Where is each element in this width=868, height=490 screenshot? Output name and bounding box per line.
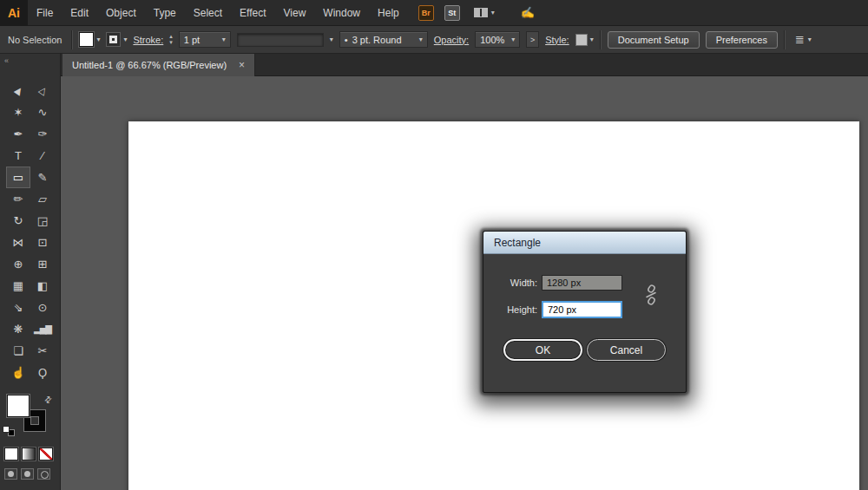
tools-grid: ▶ ▷ ✶ ∿ ✒ ✑ T ∕ ▭ ✎ ✏ ▱ ↻ ◲ ⋈ ⊡ ⊕ ⊞ ▦ ◧ …: [6, 80, 55, 383]
menu-help[interactable]: Help: [369, 0, 408, 26]
graphic-style-control[interactable]: ▾: [575, 34, 594, 46]
width-profile-select[interactable]: [237, 33, 324, 47]
control-bar: No Selection ▾ ▾ Stroke: ▴ ▾ 1 pt ▾ ▾ • …: [0, 26, 868, 54]
stroke-panel-link[interactable]: Stroke:: [133, 35, 163, 45]
rotate-tool-button[interactable]: ↻: [6, 210, 30, 232]
column-graph-tool-button[interactable]: ▂▅▇: [30, 318, 55, 340]
align-options-control[interactable]: ≣ ▾: [795, 33, 812, 46]
menu-select[interactable]: Select: [185, 0, 231, 26]
opacity-select[interactable]: 100% ▾: [475, 31, 520, 48]
document-tab[interactable]: Untitled-1 @ 66.67% (RGB/Preview) ×: [62, 54, 255, 76]
brush-dot-icon: •: [345, 35, 348, 45]
slice-tool-button[interactable]: ✂: [30, 340, 55, 362]
chevron-down-icon[interactable]: ▾: [491, 9, 495, 16]
eyedropper-tool-button[interactable]: ⇘: [6, 297, 30, 318]
separator: [600, 30, 602, 49]
menu-effect[interactable]: Effect: [231, 0, 274, 26]
arrange-documents-icon[interactable]: [474, 8, 488, 17]
draw-behind-icon[interactable]: [21, 468, 34, 480]
brush-definition-value: 3 pt. Round: [352, 35, 402, 45]
chevron-down-icon[interactable]: ▾: [330, 36, 333, 43]
dialog-title-bar[interactable]: Rectangle: [483, 232, 686, 254]
constrain-proportions-icon[interactable]: [643, 284, 659, 306]
ok-button[interactable]: OK: [503, 339, 582, 361]
draw-normal-icon[interactable]: [4, 468, 17, 480]
gradient-tool-button[interactable]: ◧: [30, 275, 55, 297]
blend-tool-button[interactable]: ⊙: [30, 297, 55, 318]
zoom-tool-button[interactable]: Ϙ: [30, 362, 55, 383]
close-icon[interactable]: ×: [239, 60, 245, 70]
symbol-sprayer-tool-button[interactable]: ❋: [6, 318, 30, 340]
document-tab-bar: Untitled-1 @ 66.67% (RGB/Preview) ×: [61, 54, 868, 76]
menu-window[interactable]: Window: [314, 0, 369, 26]
color-button[interactable]: [4, 448, 18, 461]
selection-status: No Selection: [8, 35, 62, 45]
stroke-weight-select[interactable]: 1 pt ▾: [179, 31, 231, 48]
menu-file[interactable]: File: [28, 0, 62, 26]
stock-icon[interactable]: St: [444, 5, 460, 21]
workspace-switcher-icon[interactable]: ✍: [521, 6, 535, 19]
type-tool-button[interactable]: T: [6, 145, 30, 167]
chevron-down-icon[interactable]: ▾: [590, 36, 594, 43]
align-lines-icon: ≣: [795, 33, 805, 46]
draw-inside-icon[interactable]: [37, 468, 50, 480]
dialog-title: Rectangle: [494, 237, 541, 249]
menu-edit[interactable]: Edit: [62, 0, 97, 26]
none-button[interactable]: [39, 448, 53, 461]
color-controls: ⇄: [0, 390, 61, 490]
paintbrush-tool-button[interactable]: ✎: [30, 167, 55, 188]
menu-object[interactable]: Object: [97, 0, 145, 26]
stroke-color-control[interactable]: ▾: [106, 32, 127, 47]
height-input[interactable]: [542, 301, 622, 318]
preferences-button[interactable]: Preferences: [706, 31, 778, 49]
eraser-tool-button[interactable]: ▱: [30, 188, 55, 210]
fill-color-indicator[interactable]: [7, 395, 30, 417]
default-fill-swatch: [3, 426, 10, 433]
cancel-button[interactable]: Cancel: [587, 339, 666, 361]
menu-type[interactable]: Type: [145, 0, 185, 26]
shape-builder-tool-button[interactable]: ⊕: [6, 253, 30, 275]
rectangle-tool-button[interactable]: ▭: [6, 167, 30, 188]
bridge-icon[interactable]: Br: [418, 5, 434, 21]
graphic-style-swatch[interactable]: [575, 34, 588, 46]
opacity-panel-link[interactable]: Opacity:: [434, 35, 469, 45]
rectangle-dialog: Rectangle Width: Height: OK Cancel: [483, 231, 687, 393]
perspective-grid-tool-button[interactable]: ⊞: [30, 253, 55, 275]
fill-color-control[interactable]: ▾: [79, 32, 100, 47]
menu-bar: Ai File Edit Object Type Select Effect V…: [0, 0, 868, 26]
default-fill-stroke-icon[interactable]: [3, 426, 16, 437]
shaper-tool-button[interactable]: ✏: [6, 188, 30, 210]
collapse-panel-icon[interactable]: «: [4, 56, 8, 65]
separator: [71, 30, 73, 49]
height-label: Height:: [483, 304, 537, 315]
brush-definition-select[interactable]: • 3 pt. Round ▾: [339, 31, 428, 48]
document-setup-button[interactable]: Document Setup: [608, 31, 700, 49]
curvature-tool-button[interactable]: ✑: [30, 123, 55, 145]
paint-style-buttons: [4, 448, 53, 461]
stroke-swatch[interactable]: [106, 32, 121, 47]
chevron-down-icon: ▾: [419, 36, 423, 43]
gradient-button[interactable]: [22, 448, 36, 461]
menu-view[interactable]: View: [275, 0, 315, 26]
scale-tool-button[interactable]: ◲: [30, 210, 55, 232]
fill-swatch[interactable]: [79, 32, 94, 47]
mesh-tool-button[interactable]: ▦: [6, 275, 30, 297]
hand-tool-button[interactable]: ☝: [6, 362, 30, 383]
stepper-down-icon[interactable]: ▾: [169, 40, 173, 45]
artboard-tool-button[interactable]: ❏: [6, 340, 30, 362]
style-panel-link[interactable]: Style:: [545, 35, 569, 45]
width-label: Width:: [483, 278, 537, 288]
document-tab-title: Untitled-1 @ 66.67% (RGB/Preview): [72, 60, 227, 70]
stroke-weight-stepper[interactable]: ▴ ▾: [169, 34, 173, 45]
free-transform-tool-button[interactable]: ⊡: [30, 232, 55, 253]
chevron-down-icon[interactable]: ▾: [123, 36, 127, 43]
width-input[interactable]: [542, 275, 622, 291]
width-tool-button[interactable]: ⋈: [6, 232, 30, 253]
line-segment-tool-button[interactable]: ∕: [30, 145, 55, 167]
canvas[interactable]: [61, 76, 868, 490]
more-options-button[interactable]: >: [526, 31, 539, 48]
chevron-down-icon[interactable]: ▾: [96, 36, 100, 43]
pen-tool-button[interactable]: ✒: [6, 123, 30, 145]
chevron-down-icon: ▾: [222, 36, 226, 43]
swap-fill-stroke-icon[interactable]: ⇄: [42, 394, 54, 406]
